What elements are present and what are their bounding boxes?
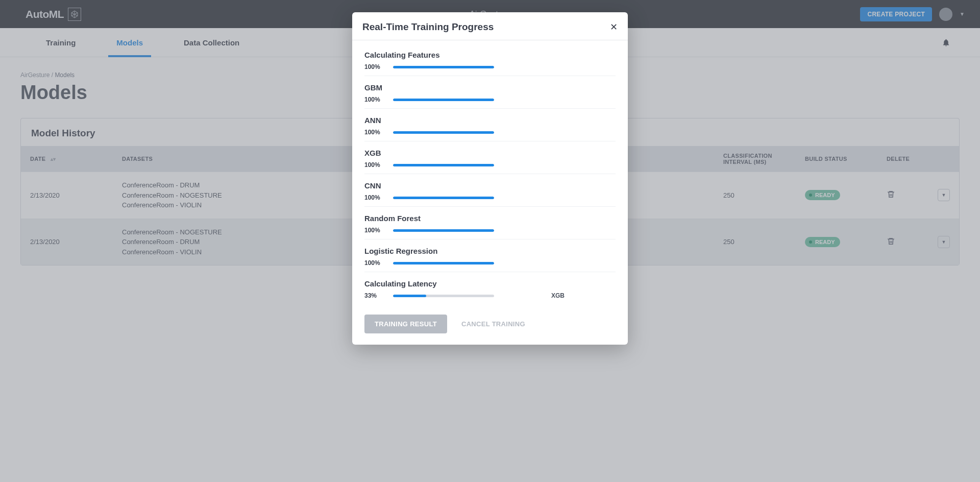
progress-item: Logistic Regression100% (364, 239, 616, 272)
progress-row: 100% (364, 259, 616, 267)
progress-item: CNN100% (364, 174, 616, 207)
progress-bar (393, 262, 494, 264)
modal-body: Calculating Features100%GBM100%ANN100%XG… (352, 40, 628, 280)
progress-percent: 100% (364, 194, 382, 201)
progress-label: CNN (364, 181, 616, 190)
progress-label: Calculating Features (364, 51, 616, 59)
progress-bar (393, 229, 494, 232)
progress-row: 100% (364, 96, 616, 103)
progress-bar (393, 197, 494, 199)
progress-label: XGB (364, 149, 616, 157)
progress-bar (393, 66, 494, 68)
progress-percent: 100% (364, 63, 382, 70)
modal-header: Real-Time Training Progress ✕ (352, 12, 628, 40)
progress-row: 100% (364, 129, 616, 136)
close-icon[interactable]: ✕ (610, 22, 618, 32)
progress-row: 100% (364, 161, 616, 168)
progress-label: Random Forest (364, 214, 616, 223)
progress-label: GBM (364, 83, 616, 92)
progress-item: XGB100% (364, 141, 616, 174)
progress-percent: 100% (364, 129, 382, 136)
progress-bar (393, 164, 494, 166)
training-progress-modal: Real-Time Training Progress ✕ Calculatin… (352, 12, 628, 280)
progress-item: Calculating Latency33%XGB (364, 272, 616, 280)
progress-label: Logistic Regression (364, 247, 616, 255)
progress-row: 100% (364, 63, 616, 70)
progress-bar (393, 131, 494, 134)
progress-item: GBM100% (364, 76, 616, 109)
progress-label: Calculating Latency (364, 279, 616, 280)
progress-percent: 100% (364, 161, 382, 168)
progress-percent: 100% (364, 227, 382, 234)
progress-percent: 100% (364, 259, 382, 267)
progress-item: Calculating Features100% (364, 43, 616, 76)
progress-row: 100% (364, 194, 616, 201)
progress-item: Random Forest100% (364, 207, 616, 239)
progress-item: ANN100% (364, 109, 616, 141)
progress-bar (393, 99, 494, 101)
progress-row: 100% (364, 227, 616, 234)
modal-title: Real-Time Training Progress (362, 21, 494, 33)
progress-percent: 100% (364, 96, 382, 103)
progress-label: ANN (364, 116, 616, 125)
